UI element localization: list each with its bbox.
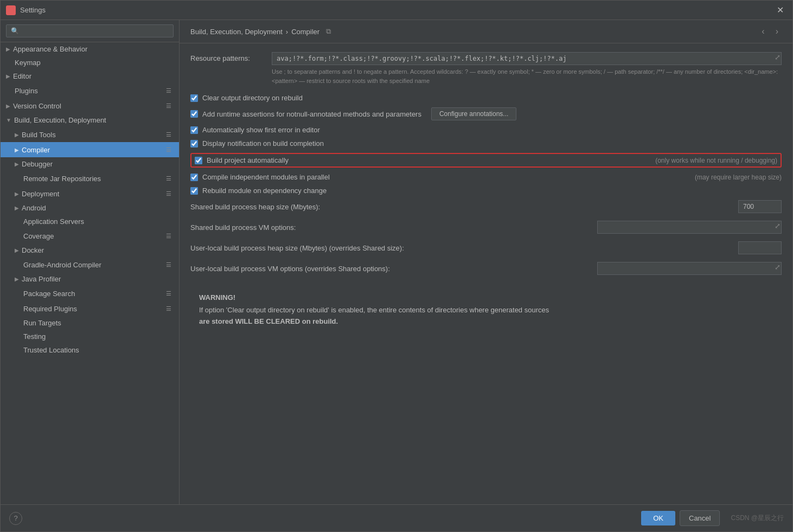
expand-icon: ▶ [6, 73, 10, 79]
user-heap-input[interactable] [738, 241, 782, 254]
shared-vm-expand-button[interactable]: ⤢ [775, 222, 781, 230]
search-bar [1, 20, 179, 42]
clear-output-row: Clear output directory on rebuild [190, 94, 782, 102]
expand-icon: ▶ [15, 191, 19, 197]
ok-button[interactable]: OK [641, 511, 675, 525]
help-button[interactable]: ? [9, 512, 22, 525]
shared-vm-label: Shared build process VM options: [190, 223, 592, 232]
warning-text: If option 'Clear output directory on reb… [199, 305, 773, 328]
resource-hint-text: Use ; to separate patterns and ! to nega… [272, 68, 778, 84]
resource-expand-button[interactable]: ⤢ [775, 53, 781, 61]
search-input[interactable] [6, 24, 174, 37]
add-assertions-checkbox[interactable] [190, 110, 198, 118]
nav-forward-button[interactable]: › [772, 25, 782, 37]
sidebar-item-label: Compiler [22, 146, 50, 154]
pin-icon[interactable]: ⧉ [326, 27, 331, 36]
expand-icon: ▶ [15, 161, 19, 167]
window-title: Settings [20, 6, 773, 14]
sidebar-item-keymap[interactable]: Keymap [1, 56, 179, 69]
sidebar-item-label: Build Tools [22, 131, 56, 139]
resource-patterns-input[interactable] [272, 52, 782, 65]
expand-icon: ▼ [6, 117, 11, 123]
expand-icon: ▶ [6, 46, 10, 52]
show-error-checkbox[interactable] [190, 126, 198, 134]
configure-annotations-button[interactable]: Configure annotations... [431, 107, 516, 120]
sidebar-item-trusted-locations[interactable]: Trusted Locations [1, 343, 179, 357]
sidebar-item-build-execution[interactable]: ▼ Build, Execution, Deployment [1, 113, 179, 127]
sidebar-item-app-servers[interactable]: Application Servers [1, 215, 179, 228]
panel-header: Build, Execution, Deployment › Compiler … [180, 20, 792, 43]
sidebar-item-label: Package Search [23, 290, 75, 298]
expand-icon: ▶ [15, 132, 19, 138]
sidebar-item-label: Application Servers [23, 217, 84, 226]
expand-icon: ▶ [15, 247, 19, 253]
sidebar-item-coverage[interactable]: Coverage ☰ [1, 228, 179, 243]
sidebar-item-run-targets[interactable]: Run Targets [1, 316, 179, 330]
sidebar-item-appearance[interactable]: ▶ Appearance & Behavior [1, 42, 179, 56]
shared-vm-input[interactable] [597, 221, 782, 234]
sidebar-item-label: Docker [22, 246, 44, 254]
rebuild-dependency-row: Rebuild module on dependency change [190, 187, 782, 195]
clear-output-checkbox[interactable] [190, 94, 198, 102]
expand-icon: ▶ [15, 205, 19, 211]
breadcrumb-part1: Build, Execution, Deployment [190, 28, 283, 36]
sidebar-item-remote-jar[interactable]: Remote Jar Repositories ☰ [1, 171, 179, 186]
build-auto-note: (only works while not running / debuggin… [644, 157, 777, 164]
sidebar-item-docker[interactable]: ▶ Docker [1, 243, 179, 257]
close-button[interactable]: ✕ [773, 4, 787, 16]
page-icon: ☰ [164, 289, 174, 298]
expand-icon: ▶ [15, 147, 19, 153]
main-panel: Build, Execution, Deployment › Compiler … [180, 20, 792, 504]
compile-parallel-checkbox[interactable] [190, 174, 198, 181]
shared-vm-input-wrap: ⤢ [597, 221, 782, 234]
user-vm-input-wrap: ⤢ [597, 262, 782, 275]
sidebar-item-label: Testing [23, 332, 46, 341]
build-auto-checkbox[interactable] [195, 157, 202, 164]
sidebar-item-deployment[interactable]: ▶ Deployment ☰ [1, 186, 179, 201]
sidebar-item-android[interactable]: ▶ Android [1, 201, 179, 215]
sidebar-item-required-plugins[interactable]: Required Plugins ☰ [1, 301, 179, 316]
clear-output-label: Clear output directory on rebuild [202, 94, 303, 102]
user-heap-label: User-local build process heap size (Mbyt… [190, 244, 733, 252]
rebuild-dependency-label: Rebuild module on dependency change [202, 187, 327, 195]
sidebar-item-label: Debugger [22, 160, 53, 168]
sidebar-item-java-profiler[interactable]: ▶ Java Profiler [1, 272, 179, 286]
sidebar-item-gradle-android[interactable]: Gradle-Android Compiler ☰ [1, 257, 179, 272]
panel-nav: ‹ › [758, 25, 782, 37]
shared-heap-label: Shared build process heap size (Mbytes): [190, 203, 733, 211]
sidebar-item-compiler[interactable]: ▶ Compiler ☰ [1, 142, 179, 157]
page-icon: ☰ [164, 260, 174, 270]
sidebar-item-version-control[interactable]: ▶ Version Control ☰ [1, 98, 179, 113]
page-icon: ☰ [164, 86, 174, 95]
panel-body: Resource patterns: ⤢ Use ; to separate p… [180, 43, 792, 504]
sidebar-item-label: Trusted Locations [23, 346, 79, 354]
sidebar-item-package-search[interactable]: Package Search ☰ [1, 286, 179, 301]
cancel-button[interactable]: Cancel [680, 510, 720, 526]
sidebar-item-debugger[interactable]: ▶ Debugger [1, 157, 179, 171]
sidebar-item-build-tools[interactable]: ▶ Build Tools ☰ [1, 127, 179, 142]
titlebar: Settings ✕ [1, 1, 792, 20]
build-auto-row: Build project automatically (only works … [190, 153, 782, 168]
user-vm-expand-button[interactable]: ⤢ [775, 263, 781, 271]
nav-back-button[interactable]: ‹ [758, 25, 768, 37]
sidebar-item-plugins[interactable]: Plugins ☰ [1, 83, 179, 98]
sidebar-list: ▶ Appearance & Behavior Keymap ▶ Editor … [1, 42, 179, 504]
sidebar-item-label: Android [22, 204, 46, 212]
display-notification-row: Display notification on build completion [190, 139, 782, 148]
page-icon: ☰ [164, 189, 174, 198]
display-notification-checkbox[interactable] [190, 140, 198, 148]
user-vm-input[interactable] [597, 262, 782, 275]
shared-heap-input[interactable] [738, 200, 782, 213]
sidebar-item-testing[interactable]: Testing [1, 330, 179, 343]
user-vm-label: User-local build process VM options (ove… [190, 265, 592, 273]
svg-point-0 [8, 8, 14, 13]
sidebar-item-editor[interactable]: ▶ Editor [1, 69, 179, 83]
page-icon: ☰ [164, 145, 174, 155]
expand-icon: ▶ [6, 103, 10, 109]
rebuild-dependency-checkbox[interactable] [190, 187, 198, 195]
show-error-row: Automatically show first error in editor [190, 126, 782, 134]
breadcrumb: Build, Execution, Deployment › Compiler … [190, 27, 331, 36]
compile-parallel-label: Compile independent modules in parallel [202, 173, 330, 181]
sidebar: ▶ Appearance & Behavior Keymap ▶ Editor … [1, 20, 180, 504]
build-auto-label: Build project automatically [207, 156, 289, 164]
